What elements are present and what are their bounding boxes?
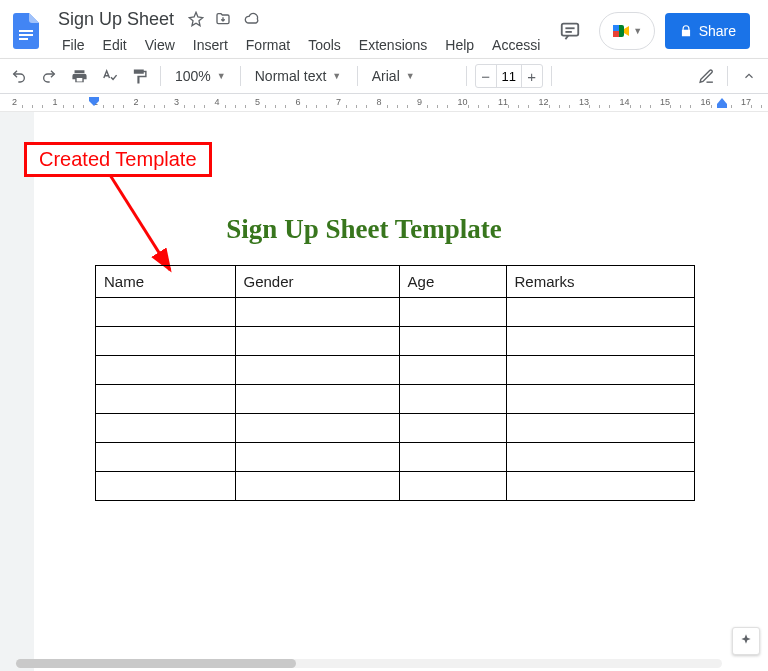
font-family-select[interactable]: Arial ▼ bbox=[366, 63, 458, 89]
table-cell[interactable] bbox=[399, 327, 506, 356]
font-size-decrease[interactable]: − bbox=[476, 68, 496, 85]
table-cell[interactable] bbox=[399, 356, 506, 385]
table-cell[interactable] bbox=[399, 298, 506, 327]
table-cell[interactable] bbox=[96, 327, 236, 356]
title-block: Sign Up Sheet File Edit View Insert Form… bbox=[54, 6, 551, 56]
share-button[interactable]: Share bbox=[665, 13, 750, 49]
table-header[interactable]: Remarks bbox=[506, 266, 694, 298]
table-row[interactable] bbox=[96, 356, 695, 385]
table-cell[interactable] bbox=[399, 414, 506, 443]
table-cell[interactable] bbox=[96, 356, 236, 385]
table-cell[interactable] bbox=[235, 414, 399, 443]
ruler-label: 13 bbox=[579, 97, 589, 107]
table-cell[interactable] bbox=[235, 356, 399, 385]
zoom-value: 100% bbox=[175, 68, 211, 84]
table-cell[interactable] bbox=[96, 385, 236, 414]
move-to-folder-icon[interactable] bbox=[214, 11, 232, 27]
toolbar: 100% ▼ Normal text ▼ Arial ▼ − + bbox=[0, 58, 768, 94]
table-cell[interactable] bbox=[506, 414, 694, 443]
ruler-label: 6 bbox=[296, 97, 301, 107]
print-button[interactable] bbox=[66, 63, 92, 89]
explore-button[interactable] bbox=[732, 627, 760, 655]
paragraph-style-select[interactable]: Normal text ▼ bbox=[249, 63, 349, 89]
star-icon[interactable] bbox=[188, 11, 204, 27]
zoom-select[interactable]: 100% ▼ bbox=[169, 63, 232, 89]
document-title[interactable]: Sign Up Sheet bbox=[54, 8, 178, 31]
spellcheck-button[interactable] bbox=[96, 63, 122, 89]
ruler-label: 11 bbox=[498, 97, 508, 107]
meet-button[interactable]: ▼ bbox=[599, 12, 655, 50]
table-cell[interactable] bbox=[96, 472, 236, 501]
docs-logo-icon[interactable] bbox=[10, 11, 42, 51]
ruler-label: 8 bbox=[377, 97, 382, 107]
table-row[interactable] bbox=[96, 443, 695, 472]
table-cell[interactable] bbox=[235, 443, 399, 472]
table-cell[interactable] bbox=[399, 385, 506, 414]
menu-bar: File Edit View Insert Format Tools Exten… bbox=[54, 34, 551, 56]
editing-mode-button[interactable] bbox=[693, 63, 719, 89]
signup-table[interactable]: NameGenderAgeRemarks bbox=[95, 265, 695, 501]
table-cell[interactable] bbox=[96, 414, 236, 443]
chevron-down-icon: ▼ bbox=[406, 71, 415, 81]
menu-tools[interactable]: Tools bbox=[300, 34, 349, 56]
chevron-down-icon: ▼ bbox=[633, 26, 642, 36]
menu-file[interactable]: File bbox=[54, 34, 93, 56]
table-header[interactable]: Name bbox=[96, 266, 236, 298]
svg-rect-3 bbox=[561, 24, 578, 36]
undo-button[interactable] bbox=[6, 63, 32, 89]
table-cell[interactable] bbox=[235, 298, 399, 327]
ruler-label: 10 bbox=[458, 97, 468, 107]
table-cell[interactable] bbox=[506, 327, 694, 356]
menu-edit[interactable]: Edit bbox=[95, 34, 135, 56]
horizontal-scrollbar-thumb[interactable] bbox=[16, 659, 296, 668]
document-page[interactable]: Created Template Sign Up Sheet Template … bbox=[34, 112, 768, 671]
share-label: Share bbox=[699, 23, 736, 39]
table-cell[interactable] bbox=[399, 443, 506, 472]
table-cell[interactable] bbox=[506, 443, 694, 472]
ruler[interactable]: 211234567891011121314151617 bbox=[0, 94, 768, 112]
ruler-label: 7 bbox=[336, 97, 341, 107]
table-row[interactable] bbox=[96, 414, 695, 443]
font-size-increase[interactable]: + bbox=[522, 68, 542, 85]
meet-icon bbox=[611, 21, 631, 41]
table-cell[interactable] bbox=[235, 327, 399, 356]
table-row[interactable] bbox=[96, 472, 695, 501]
menu-accessibility[interactable]: Accessi bbox=[484, 34, 548, 56]
horizontal-scrollbar[interactable] bbox=[16, 659, 722, 668]
ruler-label: 3 bbox=[174, 97, 179, 107]
ruler-label: 5 bbox=[255, 97, 260, 107]
menu-insert[interactable]: Insert bbox=[185, 34, 236, 56]
left-indent-marker[interactable] bbox=[88, 96, 102, 110]
table-row[interactable] bbox=[96, 385, 695, 414]
table-row[interactable] bbox=[96, 327, 695, 356]
table-cell[interactable] bbox=[235, 385, 399, 414]
table-cell[interactable] bbox=[506, 356, 694, 385]
table-cell[interactable] bbox=[506, 298, 694, 327]
hide-menus-button[interactable] bbox=[736, 63, 762, 89]
comment-history-icon[interactable] bbox=[551, 12, 589, 50]
table-cell[interactable] bbox=[506, 385, 694, 414]
document-workspace: Created Template Sign Up Sheet Template … bbox=[0, 112, 768, 671]
table-cell[interactable] bbox=[506, 472, 694, 501]
table-cell[interactable] bbox=[96, 298, 236, 327]
menu-view[interactable]: View bbox=[137, 34, 183, 56]
redo-button[interactable] bbox=[36, 63, 62, 89]
app-header: Sign Up Sheet File Edit View Insert Form… bbox=[0, 0, 768, 58]
menu-help[interactable]: Help bbox=[437, 34, 482, 56]
paint-format-button[interactable] bbox=[126, 63, 152, 89]
right-indent-marker[interactable] bbox=[716, 96, 728, 110]
table-row[interactable] bbox=[96, 298, 695, 327]
ruler-label: 9 bbox=[417, 97, 422, 107]
table-cell[interactable] bbox=[235, 472, 399, 501]
font-size-input[interactable] bbox=[496, 65, 522, 87]
document-heading[interactable]: Sign Up Sheet Template bbox=[34, 214, 694, 245]
menu-format[interactable]: Format bbox=[238, 34, 298, 56]
cloud-status-icon[interactable] bbox=[242, 11, 262, 27]
menu-extensions[interactable]: Extensions bbox=[351, 34, 435, 56]
table-cell[interactable] bbox=[399, 472, 506, 501]
ruler-label: 1 bbox=[53, 97, 58, 107]
table-header[interactable]: Gender bbox=[235, 266, 399, 298]
table-header[interactable]: Age bbox=[399, 266, 506, 298]
lock-icon bbox=[679, 24, 693, 38]
table-cell[interactable] bbox=[96, 443, 236, 472]
